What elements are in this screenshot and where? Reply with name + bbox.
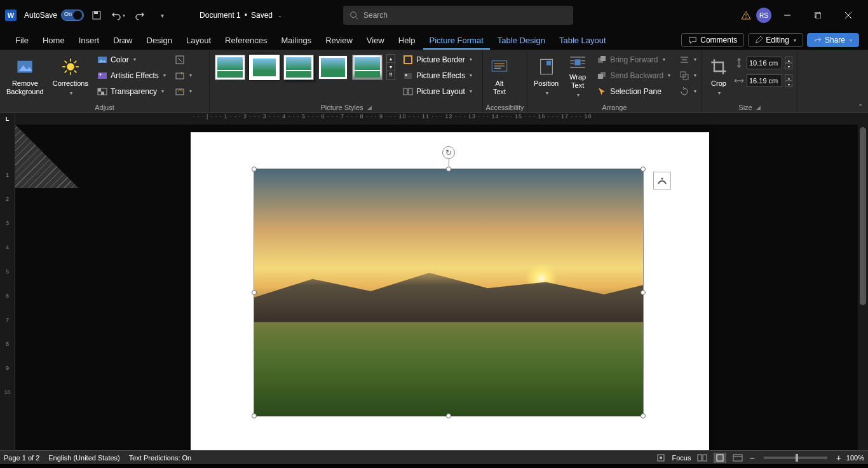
picture-border-button[interactable]: Picture Border▾ bbox=[399, 52, 476, 67]
tab-table-layout[interactable]: Table Layout bbox=[553, 32, 613, 50]
autosave-toggle[interactable]: On bbox=[61, 10, 84, 21]
color-button[interactable]: Color▾ bbox=[93, 52, 170, 67]
align-button[interactable]: ▾ bbox=[675, 52, 700, 67]
bring-forward-button[interactable]: Bring Forward▾ bbox=[593, 52, 674, 67]
minimize-button[interactable] bbox=[773, 5, 802, 25]
comments-button[interactable]: Comments bbox=[681, 33, 744, 47]
document-canvas[interactable]: ↻ bbox=[15, 125, 858, 450]
crop-icon bbox=[709, 57, 729, 77]
tab-home[interactable]: Home bbox=[36, 32, 71, 50]
width-input[interactable]: 16.19 cm ▴▾ bbox=[734, 74, 792, 87]
size-launcher-icon[interactable]: ◢ bbox=[756, 104, 761, 111]
alt-text-button[interactable]: Alt Text bbox=[485, 52, 513, 101]
reset-picture-button[interactable]: ▾ bbox=[171, 83, 196, 99]
maximize-button[interactable] bbox=[803, 5, 832, 25]
height-input[interactable]: 10.16 cm ▴▾ bbox=[734, 57, 792, 69]
redo-button[interactable] bbox=[131, 6, 149, 24]
wrap-text-button[interactable]: Wrap Text▾ bbox=[564, 52, 592, 101]
crop-button[interactable]: Crop▾ bbox=[705, 52, 733, 101]
focus-mode-button[interactable] bbox=[654, 453, 667, 463]
svg-rect-62 bbox=[717, 455, 723, 461]
status-language[interactable]: English (United States) bbox=[48, 454, 120, 462]
tab-view[interactable]: View bbox=[360, 32, 391, 50]
share-button[interactable]: Share▾ bbox=[807, 33, 859, 47]
editing-mode-button[interactable]: Editing▾ bbox=[748, 33, 803, 47]
tab-references[interactable]: References bbox=[219, 32, 273, 50]
search-box[interactable]: Search bbox=[343, 6, 573, 25]
corrections-button[interactable]: Corrections▾ bbox=[49, 52, 92, 101]
width-spinner[interactable]: ▴▾ bbox=[785, 74, 792, 87]
gallery-scroll[interactable]: ▴▾⠿ bbox=[386, 54, 395, 80]
send-backward-button[interactable]: Send Backward▾ bbox=[593, 67, 674, 83]
style-thumbnail[interactable] bbox=[249, 55, 280, 80]
tab-design[interactable]: Design bbox=[140, 32, 179, 50]
vertical-ruler[interactable]: 12345678910 bbox=[0, 125, 15, 450]
collapse-ribbon-button[interactable]: ⌃ bbox=[858, 103, 863, 110]
zoom-out-button[interactable]: − bbox=[749, 453, 754, 463]
save-button[interactable] bbox=[88, 6, 105, 24]
tab-insert[interactable]: Insert bbox=[72, 32, 106, 50]
tab-draw[interactable]: Draw bbox=[107, 32, 139, 50]
artistic-icon bbox=[97, 71, 107, 81]
transparency-button[interactable]: Transparency▾ bbox=[93, 83, 170, 99]
warning-icon[interactable] bbox=[737, 6, 755, 24]
position-button[interactable]: Position▾ bbox=[530, 52, 562, 101]
status-predictions[interactable]: Text Predictions: On bbox=[129, 454, 191, 462]
tab-file[interactable]: File bbox=[9, 32, 35, 50]
tab-review[interactable]: Review bbox=[319, 32, 359, 50]
layout-options-button[interactable] bbox=[653, 172, 671, 189]
undo-button[interactable]: ▾ bbox=[109, 6, 127, 24]
resize-handle-tc[interactable] bbox=[446, 167, 451, 172]
rotate-handle[interactable]: ↻ bbox=[442, 146, 455, 159]
style-thumbnail[interactable] bbox=[215, 55, 245, 80]
ruler-drag-corner[interactable] bbox=[15, 125, 79, 188]
picture-styles-gallery[interactable]: ▴▾⠿ bbox=[212, 52, 398, 83]
status-focus[interactable]: Focus bbox=[672, 454, 691, 462]
selected-picture[interactable]: ↻ bbox=[254, 169, 643, 416]
read-mode-button[interactable] bbox=[696, 453, 709, 463]
group-objects-button[interactable]: ▾ bbox=[675, 67, 700, 83]
scrollbar-thumb[interactable] bbox=[860, 127, 866, 305]
zoom-in-button[interactable]: + bbox=[836, 453, 841, 463]
horizontal-ruler[interactable]: L · · · | · · · 1 · · · 2 · · · 3 · · · … bbox=[0, 113, 868, 125]
change-picture-button[interactable]: ▾ bbox=[171, 67, 196, 83]
tab-help[interactable]: Help bbox=[392, 32, 422, 50]
print-layout-button[interactable] bbox=[714, 453, 726, 463]
style-thumbnail[interactable] bbox=[318, 55, 348, 80]
status-page[interactable]: Page 1 of 2 bbox=[4, 454, 39, 462]
resize-handle-bc[interactable] bbox=[446, 413, 451, 418]
document-title[interactable]: Document 1 • Saved ⌄ bbox=[200, 11, 282, 20]
resize-handle-mr[interactable] bbox=[641, 290, 646, 295]
styles-launcher-icon[interactable]: ◢ bbox=[367, 104, 372, 111]
resize-handle-tl[interactable] bbox=[252, 167, 257, 172]
style-thumbnail[interactable] bbox=[352, 55, 383, 80]
height-spinner[interactable]: ▴▾ bbox=[785, 57, 792, 69]
user-avatar[interactable]: RS bbox=[756, 8, 771, 23]
close-button[interactable] bbox=[834, 5, 863, 25]
rotate-button[interactable]: ▾ bbox=[675, 83, 700, 99]
resize-handle-br[interactable] bbox=[641, 413, 646, 418]
style-thumbnail[interactable] bbox=[283, 55, 314, 80]
selection-pane-button[interactable]: Selection Pane bbox=[593, 83, 674, 99]
change-picture-icon bbox=[175, 71, 185, 81]
picture-effects-button[interactable]: Picture Effects▾ bbox=[399, 67, 476, 83]
zoom-level[interactable]: 100% bbox=[846, 454, 864, 462]
resize-handle-ml[interactable] bbox=[252, 290, 257, 295]
web-layout-button[interactable] bbox=[731, 453, 744, 463]
tab-layout[interactable]: Layout bbox=[180, 32, 217, 50]
artistic-effects-button[interactable]: Artistic Effects▾ bbox=[93, 67, 170, 83]
resize-handle-tr[interactable] bbox=[641, 167, 646, 172]
word-app-icon[interactable]: W bbox=[5, 10, 17, 21]
autosave-control[interactable]: AutoSave On bbox=[24, 10, 84, 21]
zoom-slider[interactable] bbox=[764, 457, 827, 459]
page[interactable]: ↻ bbox=[191, 132, 709, 450]
tab-table-design[interactable]: Table Design bbox=[491, 32, 552, 50]
tab-picture-format[interactable]: Picture Format bbox=[423, 32, 490, 50]
tab-mailings[interactable]: Mailings bbox=[275, 32, 318, 50]
remove-background-button[interactable]: Remove Background bbox=[3, 52, 48, 101]
customize-qat-button[interactable]: ▾ bbox=[153, 6, 170, 24]
resize-handle-bl[interactable] bbox=[252, 413, 257, 418]
picture-layout-button[interactable]: Picture Layout▾ bbox=[399, 83, 476, 99]
vertical-scrollbar[interactable] bbox=[858, 125, 868, 450]
compress-pictures-button[interactable] bbox=[171, 52, 196, 67]
